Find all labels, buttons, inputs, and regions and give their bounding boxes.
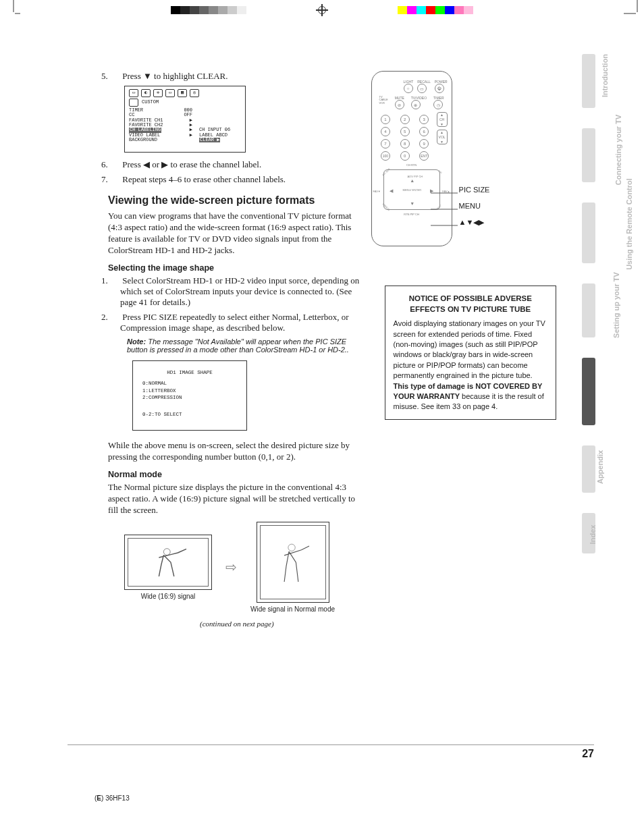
note-label: Note: — [127, 337, 146, 346]
batter-stretched-illustration-icon — [273, 533, 313, 591]
image-shape-menu-figure: HD1 IMAGE SHAPE 0:NORMAL 1:LETTERBOX 2:C… — [132, 360, 247, 431]
custom-tab-icon — [129, 99, 138, 107]
keypad-1: 1 — [381, 115, 390, 124]
callout-picsize: PIC SIZE — [459, 186, 490, 194]
menu-enter-label: MENU/ ENTER — [403, 185, 422, 194]
batter-illustration-icon — [144, 543, 192, 581]
remote-label: MUTE — [395, 96, 404, 100]
remote-illustration: LIGHT☼ RECALL▭ POWER⏻ TVCABLEVCR MUTE⊘ T… — [371, 71, 506, 273]
custom-tab-label: CUSTOM — [142, 100, 159, 105]
keypad-100: 100 — [381, 151, 390, 161]
source-switch: TVCABLEVCR — [379, 96, 388, 109]
right-column: LIGHT☼ RECALL▭ POWER⏻ TVCABLEVCR MUTE⊘ T… — [385, 71, 556, 628]
keypad-2: 2 — [400, 115, 410, 124]
keypad-5: 5 — [400, 127, 410, 136]
step-7-text: Repeat steps 4–6 to erase other channel … — [122, 174, 286, 184]
fig-caption-left: Wide (16:9) signal — [141, 593, 196, 600]
menu-tab-icon: ✲ — [153, 89, 163, 97]
notice-body-a: Avoid displaying stationary images on yo… — [394, 319, 545, 379]
recall-button-icon: ▭ — [417, 84, 427, 93]
step-7: 7. Repeat steps 4–6 to erase other chann… — [120, 174, 366, 185]
keypad-4: 4 — [381, 127, 390, 136]
keypad-7: 7 — [381, 139, 390, 148]
freeze-corner: FREEZE — [379, 200, 393, 214]
menu-right-row-highlighted: CLEAR ▶ — [199, 138, 241, 142]
section-intro: You can view programs that have the conv… — [108, 211, 366, 256]
step-5: 5. Press ▼ to highlight CLEAR. — [120, 71, 366, 82]
after-shape-text: While the above menu is on-screen, selec… — [108, 440, 366, 463]
power-button-icon: ⏻ — [435, 84, 444, 93]
keypad-6: 6 — [419, 127, 429, 136]
mute-button-icon: ⊘ — [395, 100, 404, 109]
normal-mode-figure — [257, 522, 329, 603]
normal-mode-body: The Normal picture size displays the pic… — [108, 482, 366, 516]
shape-menu-hint: 0-2:TO SELECT — [142, 411, 237, 418]
keypad-0: 0 — [400, 151, 410, 161]
step-6: 6. Press ◀ or ▶ to erase the channel lab… — [120, 159, 366, 170]
remote-label: LIGHT — [404, 80, 414, 84]
menu-tab-icon: ▭ — [129, 89, 138, 97]
osd-custom-menu-figure: ▭ ◐ ✲ ▭ ▦ ◎ CUSTOM TIMER CC FAVORITE CH1 — [124, 86, 246, 153]
normal-mode-heading: Normal mode — [108, 470, 366, 479]
menu-tab-icon: ▦ — [178, 89, 187, 97]
menu-icon-row: ▭ ◐ ✲ ▭ ▦ ◎ — [129, 89, 241, 97]
arrow-right-icon: ⇨ — [225, 559, 237, 575]
keypad-ent: ENT — [419, 151, 429, 161]
menu-tab-icon: ▭ — [165, 89, 175, 97]
subsection-heading: Selecting the image shape — [108, 263, 366, 273]
menu-row: TIMER — [129, 108, 171, 113]
fav-down-label: FAV▼ — [373, 186, 381, 196]
ch-rocker: ▲CH▼ — [437, 112, 448, 127]
shape-menu-opt: 1:LETTERBOX — [142, 387, 237, 395]
keypad-3: 3 — [419, 115, 429, 124]
remote-label: TV/VIDEO — [411, 96, 427, 100]
picsize-corner: PIC SIZE — [379, 165, 393, 179]
page-content: 5. Press ▼ to highlight CLEAR. ▭ ◐ ✲ ▭ ▦… — [0, 0, 644, 814]
keypad-9: 9 — [419, 139, 429, 148]
remote-label: POWER — [435, 80, 448, 84]
callout-arrows: ▲▼◀▶ — [459, 218, 485, 227]
left-column: 5. Press ▼ to highlight CLEAR. ▭ ◐ ✲ ▭ ▦… — [108, 71, 366, 628]
warranty-notice-box: NOTICE OF POSSIBLE ADVERSE EFFECTS ON TV… — [385, 286, 556, 420]
svg-point-4 — [163, 549, 170, 555]
menu-val: ▶ — [178, 133, 192, 138]
keypad-8: 8 — [400, 139, 410, 148]
menu-row: BACKGROUND — [129, 138, 171, 142]
pip-corner: PIP — [435, 167, 445, 177]
menu-tab-icon: ◎ — [190, 89, 199, 97]
shape-menu-opt: 2:COMPRESSION — [142, 394, 237, 402]
footer-code: (E) (E) 36HF1336HF13 — [95, 794, 130, 802]
menu-tab-icon: ◐ — [141, 89, 151, 97]
page-number: 27 — [68, 744, 594, 760]
remote-body: LIGHT☼ RECALL▭ POWER⏻ TVCABLEVCR MUTE⊘ T… — [371, 71, 452, 246]
tvvideo-button-icon: ⊕ — [411, 100, 421, 109]
step-b1-text: Select ColorStream HD-1 or HD-2 video in… — [120, 275, 359, 307]
svg-point-5 — [288, 544, 295, 551]
step-b2-text: Press PIC SIZE repeatedly to select eith… — [120, 312, 349, 333]
light-button-icon: ☼ — [404, 84, 413, 93]
wide-signal-figure — [124, 535, 212, 590]
fig-caption-right: Wide signal in Normal mode — [250, 605, 335, 613]
step-5-text: Press ▼ to highlight CLEAR. — [122, 71, 227, 81]
remote-label: RECALL — [417, 80, 430, 84]
step-b1: 1. Select ColorStream HD-1 or HD-2 video… — [120, 275, 366, 308]
callout-menu: MENU — [459, 202, 481, 210]
timer-button-icon: ◷ — [433, 100, 443, 109]
continued-note: (continued on next page) — [108, 620, 366, 628]
shape-menu-title: HD1 IMAGE SHAPE — [142, 369, 237, 377]
step-b2: 2. Press PIC SIZE repeatedly to select e… — [120, 312, 366, 333]
shape-menu-opt: 0:NORMAL — [142, 380, 237, 387]
step-6-text: Press ◀ or ▶ to erase the channel label. — [122, 159, 261, 169]
note-text: The message "Not Available" will appear … — [127, 337, 349, 354]
notice-title: NOTICE OF POSSIBLE ADVERSE EFFECTS ON TV… — [394, 293, 547, 315]
vol-rocker: ▲VOL▼ — [437, 130, 448, 144]
normal-mode-figures: Wide (16:9) signal ⇨ Wide signal in Norm… — [124, 522, 366, 613]
remote-label: TIMER — [433, 96, 444, 100]
section-heading: Viewing the wide-screen picture formats — [108, 194, 366, 207]
note: Note: The message "Not Available" will a… — [127, 337, 366, 354]
